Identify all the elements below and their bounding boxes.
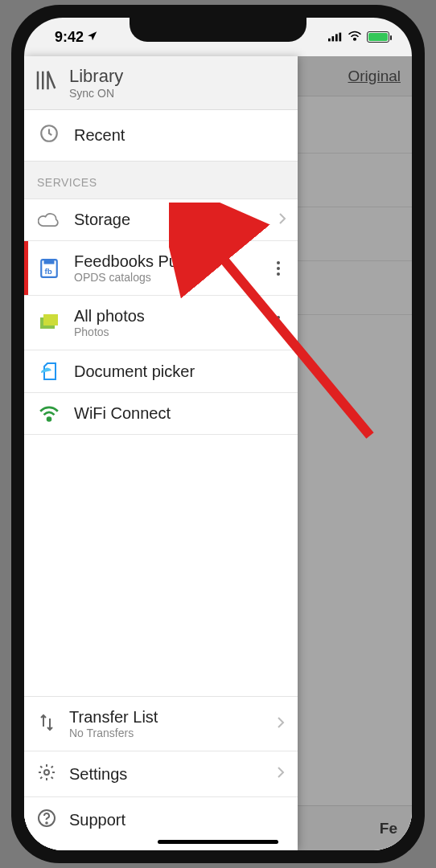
chevron-right-icon <box>277 766 285 782</box>
svg-rect-0 <box>328 38 331 41</box>
more-icon[interactable] <box>270 311 286 335</box>
svg-rect-2 <box>335 34 338 41</box>
app-logo-icon <box>34 68 58 98</box>
transfer-list-row[interactable]: Transfer List No Transfers <box>24 697 298 751</box>
notch <box>130 18 306 42</box>
section-services-label: SERVICES <box>24 162 298 199</box>
svg-rect-1 <box>332 36 335 41</box>
chevron-right-icon <box>277 716 285 732</box>
location-icon <box>87 29 98 46</box>
service-row-document-picker[interactable]: Document picker <box>24 350 298 393</box>
home-indicator[interactable] <box>158 840 278 844</box>
help-icon <box>37 809 56 831</box>
svg-point-14 <box>46 822 47 824</box>
drawer-header[interactable]: Library Sync ON <box>24 56 298 110</box>
recent-label: Recent <box>74 126 125 145</box>
gear-icon <box>37 763 56 785</box>
cloud-icon <box>37 212 61 228</box>
signal-icon <box>328 29 343 46</box>
status-time: 9:42 <box>55 29 84 46</box>
service-row-wifi[interactable]: WiFi Connect <box>24 393 298 435</box>
transfer-icon <box>37 713 56 735</box>
wifi-connect-icon <box>37 406 61 422</box>
photos-icon <box>37 314 61 332</box>
chevron-right-icon <box>278 212 286 228</box>
drawer-subtitle: Sync ON <box>69 87 123 100</box>
svg-rect-3 <box>339 32 342 41</box>
service-row-feedbooks[interactable]: fb Feedbooks Publi... OPDS catalogs <box>24 241 298 296</box>
drawer-title: Library <box>69 66 123 87</box>
recent-row[interactable]: Recent <box>24 110 298 162</box>
clock-icon <box>39 123 60 148</box>
svg-text:fb: fb <box>45 266 52 275</box>
svg-point-11 <box>47 417 51 420</box>
more-icon[interactable] <box>270 256 286 280</box>
screen: 9:42 Original <box>24 18 412 850</box>
svg-rect-7 <box>44 260 55 264</box>
svg-point-12 <box>44 770 49 775</box>
document-cloud-icon <box>37 362 61 381</box>
phone-frame: 9:42 Original <box>11 5 425 863</box>
feedbooks-icon: fb <box>37 258 61 279</box>
service-row-photos[interactable]: All photos Photos <box>24 296 298 350</box>
svg-point-4 <box>354 38 356 40</box>
service-row-storage[interactable]: Storage <box>24 199 298 241</box>
svg-rect-10 <box>43 314 58 326</box>
side-drawer: Library Sync ON Recent SERVICES Storage <box>24 56 298 850</box>
battery-icon <box>367 31 389 43</box>
highlight-edge <box>24 241 28 295</box>
settings-row[interactable]: Settings <box>24 751 298 797</box>
wifi-icon <box>348 29 362 46</box>
